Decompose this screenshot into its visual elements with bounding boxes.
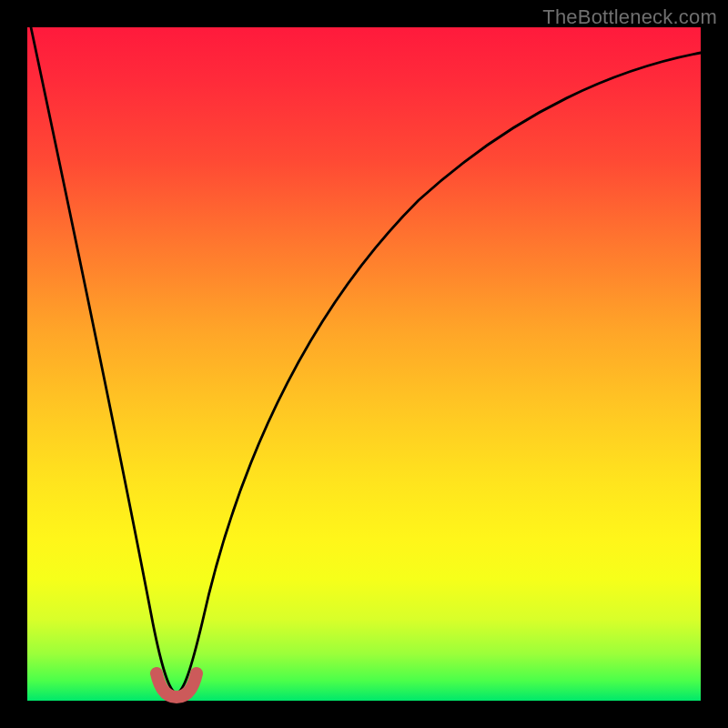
chart-frame: TheBottleneck.com (0, 0, 728, 728)
bottleneck-curve (31, 27, 701, 693)
chart-svg (27, 27, 701, 701)
chart-plot-area (27, 27, 701, 701)
watermark-text: TheBottleneck.com (542, 5, 717, 29)
optimal-blob (157, 673, 197, 697)
